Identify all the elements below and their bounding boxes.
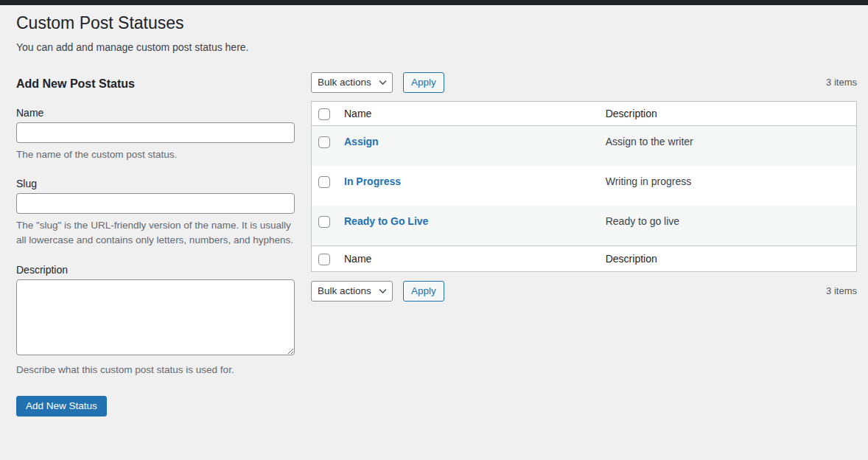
row-checkbox[interactable] xyxy=(318,216,330,228)
statuses-list-panel: Bulk actions Apply 3 items Name Descript… xyxy=(311,72,857,302)
row-checkbox[interactable] xyxy=(318,176,330,188)
table-row-ready-to-go-live: Ready to Go Live Ready to go live xyxy=(312,206,856,245)
column-header-description: Description xyxy=(598,102,856,126)
table-row-in-progress: In Progress Writing in progress xyxy=(312,166,856,206)
slug-help-text: The "slug" is the URL-friendly version o… xyxy=(16,218,295,247)
slug-label: Slug xyxy=(16,178,295,189)
name-label: Name xyxy=(16,107,295,119)
bulk-actions-select-bottom[interactable]: Bulk actions xyxy=(311,281,393,302)
bulk-actions-select-wrap: Bulk actions xyxy=(311,281,393,302)
status-name-link[interactable]: Ready to Go Live xyxy=(344,215,428,227)
slug-input[interactable] xyxy=(16,193,295,214)
bulk-actions-select-top[interactable]: Bulk actions xyxy=(311,72,393,93)
apply-button-bottom[interactable]: Apply xyxy=(403,281,444,302)
page-subtitle: You can add and manage custom post statu… xyxy=(16,41,857,53)
status-name-link[interactable]: In Progress xyxy=(344,175,401,187)
tablenav-bottom: Bulk actions Apply 3 items xyxy=(311,281,857,302)
tablenav-top: Bulk actions Apply 3 items xyxy=(311,72,857,93)
name-input[interactable] xyxy=(16,122,295,143)
description-help-text: Describe what this custom post status is… xyxy=(16,363,295,377)
description-textarea[interactable] xyxy=(16,279,295,355)
table-footer-row: Name Description xyxy=(312,245,856,271)
status-name-link[interactable]: Assign xyxy=(344,136,379,147)
description-label: Description xyxy=(16,264,295,276)
status-description: Assign to the writer xyxy=(598,126,856,166)
column-footer-name: Name xyxy=(337,245,598,271)
column-footer-description: Description xyxy=(598,245,856,271)
row-checkbox[interactable] xyxy=(318,136,330,148)
name-help-text: The name of the custom post status. xyxy=(16,147,295,162)
slug-field-group: Slug The "slug" is the URL-friendly vers… xyxy=(16,178,295,247)
column-header-name: Name xyxy=(337,102,598,126)
bulk-actions-select-wrap: Bulk actions xyxy=(311,72,393,93)
items-count-bottom: 3 items xyxy=(826,285,857,296)
table-row-assign: Assign Assign to the writer xyxy=(312,126,856,166)
description-field-group: Description Describe what this custom po… xyxy=(16,264,295,377)
status-description: Writing in progress xyxy=(598,166,856,206)
name-field-group: Name The name of the custom post status. xyxy=(16,107,295,162)
add-status-form: Add New Post Status Name The name of the… xyxy=(16,72,295,417)
add-new-status-button[interactable]: Add New Status xyxy=(16,396,107,417)
items-count-top: 3 items xyxy=(826,77,857,88)
statuses-table: Name Description Assign Assign to the wr… xyxy=(311,101,857,272)
admin-top-bar xyxy=(0,0,868,5)
table-header-row: Name Description xyxy=(312,102,856,126)
select-all-checkbox-top[interactable] xyxy=(318,108,330,120)
page-title: Custom Post Statuses xyxy=(16,5,857,36)
page-content: Custom Post Statuses You can add and man… xyxy=(0,5,868,417)
select-all-checkbox-bottom[interactable] xyxy=(318,254,330,265)
apply-button-top[interactable]: Apply xyxy=(403,72,444,93)
form-heading: Add New Post Status xyxy=(16,77,295,91)
status-description: Ready to go live xyxy=(598,206,856,245)
